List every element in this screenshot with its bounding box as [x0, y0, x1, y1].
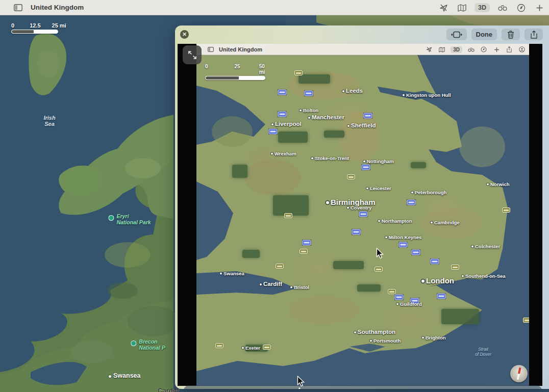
recorded-map: LeedsKingston upon HullBoltonManchesterL… [196, 55, 529, 386]
city-label: Guildford [396, 301, 422, 307]
forest-patch [357, 284, 381, 292]
city-label: Peterborough [411, 190, 446, 195]
forest-patch [242, 250, 260, 258]
compass-widget [510, 365, 528, 382]
forest-patch [333, 261, 364, 269]
binoculars-icon[interactable] [497, 2, 508, 13]
city-label: Kingston upon Hull [403, 92, 451, 98]
location-off-icon [425, 45, 433, 54]
a-road-shield [375, 267, 383, 272]
city-label: Leeds [342, 88, 363, 94]
a-road-shield [215, 343, 223, 348]
motorway-shield [352, 229, 361, 235]
scale-zero: 0 [11, 22, 14, 29]
motorway-shield [278, 90, 287, 95]
share-button[interactable] [525, 29, 543, 40]
city-label: Nottingham [363, 159, 394, 164]
motorway-shield [359, 212, 368, 217]
a-road-shield [284, 213, 292, 218]
city-label: Bolton [300, 108, 318, 113]
a-road-shield [300, 249, 308, 254]
city-label: Swansea [220, 271, 244, 276]
player-controls: 15 15 00:18 01:58 » [184, 385, 542, 389]
city-label: Norwich [487, 181, 509, 187]
forest-patch [411, 162, 426, 168]
city-label: London [421, 276, 454, 285]
city-label: Cardiff [260, 281, 282, 287]
forest-patch [324, 130, 344, 138]
motorway-shield [407, 200, 416, 205]
city-label: Southend-on-Sea [462, 273, 506, 279]
motorway-shield [399, 242, 408, 248]
recording-preview-overlay: ✕ Done United Kingdom [175, 25, 549, 389]
recorded-title-bar: United Kingdom 3D [196, 44, 529, 55]
scale-end: 50 mi [259, 64, 271, 75]
expand-button[interactable] [183, 45, 202, 64]
motorway-shield [305, 91, 313, 96]
skip-back-15-button[interactable]: 15 [191, 388, 204, 389]
overlay-topbar: ✕ Done [175, 25, 549, 44]
recorded-maps-window: United Kingdom 3D [196, 44, 529, 386]
city-label: Bristol [290, 284, 309, 290]
recorded-window-title: United Kingdom [219, 46, 262, 53]
done-button[interactable]: Done [471, 29, 497, 40]
a-road-shield [388, 289, 396, 294]
forest-patch [441, 309, 479, 324]
area-label: Strait of Dover [475, 347, 491, 357]
forest-patch [273, 195, 309, 216]
scale-mid: 25 [235, 64, 240, 75]
motorway-shield [362, 165, 370, 170]
trim-button[interactable] [446, 29, 467, 40]
a-road-shield [276, 264, 284, 269]
forest-patch [298, 74, 330, 84]
close-button[interactable]: ✕ [180, 30, 189, 39]
toolbar-actions: 3D [438, 0, 545, 15]
city-label: Brighton [422, 335, 446, 341]
a-road-shield [502, 207, 510, 213]
bg-scale-bar: 0 12.5 25 mi [11, 22, 72, 34]
map-icon [438, 45, 446, 54]
map-icon[interactable] [456, 2, 467, 13]
recorded-scale-bar: 0 25 50 mi [205, 64, 271, 80]
skip-forward-15-button[interactable]: 15 [224, 388, 237, 389]
scale-zero: 0 [205, 64, 208, 75]
city-label: Exeter [242, 345, 260, 351]
city-label: Portsmouth [370, 338, 401, 344]
account-icon [518, 45, 526, 54]
3d-button[interactable]: 3D [475, 3, 490, 12]
sidebar-toggle-icon[interactable] [12, 2, 23, 13]
trash-button[interactable] [502, 29, 520, 40]
a-road-shield [294, 70, 303, 75]
compass-icon[interactable] [515, 2, 527, 13]
motorway-shield [412, 250, 420, 255]
a-road-shield [347, 174, 355, 179]
3d-button: 3D [451, 46, 462, 53]
binoculars-icon [467, 45, 475, 54]
recording-video[interactable]: United Kingdom 3D [178, 44, 542, 386]
plus-icon [492, 45, 501, 54]
motorway-shield [431, 259, 439, 265]
city-label: Cambridge [431, 220, 460, 225]
city-label: Milton Keynes [385, 234, 421, 240]
city-label: Southampton [354, 329, 395, 335]
city-label: Northampton [378, 218, 412, 224]
city-label: Coventry [347, 205, 371, 211]
motorway-shield [278, 112, 287, 117]
motorway-shield [437, 294, 446, 299]
city-label: Wrexham [271, 151, 296, 156]
location-off-icon[interactable] [438, 2, 449, 13]
city-label: Stoke-on-Trent [311, 155, 349, 161]
plus-icon[interactable] [534, 2, 545, 13]
city-label: Colchester [471, 244, 500, 249]
scale-end: 25 mi [52, 22, 66, 29]
motorway-shield [269, 129, 278, 135]
a-road-shield [263, 345, 271, 350]
sidebar-toggle-icon [207, 45, 215, 54]
scale-mid: 12.5 [30, 22, 40, 29]
city-label: Liverpool [271, 121, 302, 127]
motorway-shield [364, 113, 372, 119]
playhead[interactable] [298, 387, 301, 389]
forest-patch [278, 132, 308, 143]
motorway-shield [395, 295, 404, 300]
recorded-map-art [196, 55, 529, 386]
